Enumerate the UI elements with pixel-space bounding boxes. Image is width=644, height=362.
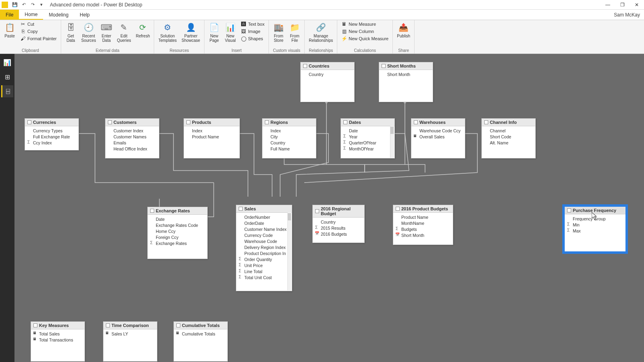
close-button[interactable]: ✕ (630, 0, 644, 10)
field[interactable]: Customer Name Index (236, 226, 292, 232)
field[interactable]: Customer Names (105, 134, 159, 140)
field[interactable]: 2015 Results (313, 225, 364, 231)
new-page-button[interactable]: 📄NewPage (207, 21, 221, 43)
field[interactable]: Currency Types (25, 128, 78, 134)
table-warehouses[interactable]: Warehouses Warehouse Code Ccy Overall Sa… (411, 118, 465, 158)
field[interactable]: Index (184, 128, 239, 134)
new-quick-measure-button[interactable]: ⚡New Quick Measure (340, 35, 390, 42)
text-box-button[interactable]: 🅰Text box (239, 21, 266, 27)
field[interactable]: Short Month (379, 71, 433, 77)
field[interactable]: Total Unit Cost (236, 274, 292, 280)
field[interactable]: MonthName (393, 220, 453, 226)
publish-button[interactable]: 📤Publish (395, 21, 412, 39)
field[interactable]: Min (565, 222, 625, 228)
table-cumulative-totals[interactable]: Cumulative Totals Cumulative Totals (173, 321, 228, 362)
field[interactable]: Year (341, 134, 394, 140)
field[interactable]: Delivery Region Index (236, 244, 292, 250)
from-file-button[interactable]: 📁FromFile (287, 21, 302, 43)
edit-queries-button[interactable]: ✎EditQueries (115, 21, 132, 43)
model-view-button[interactable]: ⌸ (1, 85, 13, 97)
table-sales[interactable]: Sales OrderNumber OrderDate Customer Nam… (236, 205, 292, 291)
field[interactable]: Exchange Rates Code (148, 222, 207, 228)
field[interactable]: MonthOfYear (341, 146, 394, 152)
field[interactable]: Frequency Group (565, 216, 625, 222)
cut-button[interactable]: ✂Cut (19, 21, 58, 27)
qat-dropdown[interactable]: ▾ (38, 1, 45, 8)
table-products[interactable]: Products Index Product Name (184, 118, 240, 158)
tab-modeling[interactable]: Modeling (43, 10, 74, 20)
field[interactable]: Short Code (482, 134, 535, 140)
table-channel-info[interactable]: Channel Info Channel Short Code Alt. Nam… (481, 118, 536, 158)
field[interactable]: Currency Code (236, 232, 292, 238)
field[interactable]: Full Name (262, 146, 316, 152)
partner-showcase-button[interactable]: 👤PartnerShowcase (180, 21, 202, 43)
new-measure-button[interactable]: 🖩New Measure (340, 21, 390, 27)
field[interactable]: Country (313, 219, 364, 225)
field[interactable]: Head Office Index (105, 146, 159, 152)
field[interactable]: Date (148, 216, 207, 222)
field[interactable]: OrderNumber (236, 214, 292, 220)
field[interactable]: Total Sales (31, 331, 85, 337)
table-regions[interactable]: Regions Index City Country Full Name (262, 118, 316, 158)
field[interactable]: Emails (105, 140, 159, 146)
shapes-button[interactable]: ◯Shapes (239, 35, 266, 42)
data-view-button[interactable]: ⊞ (1, 71, 13, 83)
table-key-measures[interactable]: Key Measures Total Sales Total Transacti… (31, 321, 85, 362)
field[interactable]: QuarterOfYear (341, 140, 394, 146)
field[interactable]: Home Ccy (148, 228, 207, 234)
field[interactable]: 2016 Budgets (313, 231, 364, 237)
recent-sources-button[interactable]: 🕘RecentSources (80, 21, 98, 43)
copy-button[interactable]: ⎘Copy (19, 28, 58, 35)
table-customers[interactable]: Customers Customer Index Customer Names … (105, 118, 159, 158)
field[interactable]: Product Name (184, 134, 239, 140)
report-view-button[interactable]: 📊 (1, 56, 13, 68)
field[interactable]: Warehouse Code Ccy (411, 128, 465, 134)
table-time-comparison[interactable]: Time Comparison Sales LY (103, 321, 157, 362)
enter-data-button[interactable]: ⌨EnterData (99, 21, 114, 43)
tab-file[interactable]: File (0, 10, 19, 20)
table-dates[interactable]: Dates Date Year QuarterOfYear MonthOfYea… (341, 118, 395, 158)
new-column-button[interactable]: ▥New Column (340, 28, 390, 35)
field[interactable]: Cumulative Totals (174, 331, 227, 337)
field[interactable]: Country (262, 140, 316, 146)
field[interactable]: Exchange Rates (148, 240, 207, 246)
table-exchange-rates[interactable]: Exchange Rates Date Exchange Rates Code … (147, 207, 208, 259)
user-label[interactable]: Sam McKay (614, 10, 640, 20)
table-short-months[interactable]: Short Months Short Month (379, 62, 433, 102)
manage-relationships-button[interactable]: 🔗ManageRelationships (307, 21, 334, 43)
refresh-button[interactable]: ⟳Refresh (134, 21, 151, 39)
new-visual-button[interactable]: 📊NewVisual (223, 21, 237, 43)
field[interactable]: Customer Index (105, 128, 159, 134)
field[interactable]: Overall Sales (411, 134, 465, 140)
table-product-budgets[interactable]: 2016 Product Budgets Product Name MonthN… (393, 205, 453, 245)
field[interactable]: Channel (482, 128, 535, 134)
field[interactable]: Line Total (236, 268, 292, 274)
undo-qat-button[interactable]: ↶ (20, 1, 27, 8)
table-purchase-frequency[interactable]: Purchase Frequency Frequency Group Min M… (564, 206, 626, 252)
field[interactable]: Order Quantity (236, 256, 292, 262)
field[interactable]: Alt. Name (482, 140, 535, 146)
field[interactable]: Unit Price (236, 262, 292, 268)
from-store-button[interactable]: 🏬FromStore (271, 21, 286, 43)
field[interactable]: Product Name (393, 214, 453, 220)
format-painter-button[interactable]: 🖌Format Painter (19, 35, 58, 42)
field[interactable]: Date (341, 128, 394, 134)
field[interactable]: Country (301, 71, 354, 77)
table-regional-budget[interactable]: 2016 Regional Budget Country 2015 Result… (312, 205, 365, 243)
model-canvas[interactable]: Countries Country Short Months Short Mon… (14, 54, 644, 362)
maximize-button[interactable]: ❐ (615, 0, 630, 10)
field[interactable]: OrderDate (236, 220, 292, 226)
table-currencies[interactable]: Currencies Currency Types Full Exchange … (25, 118, 79, 150)
redo-qat-button[interactable]: ↷ (29, 1, 36, 8)
table-countries[interactable]: Countries Country (300, 62, 355, 102)
paste-button[interactable]: 📋Paste (2, 21, 17, 39)
field[interactable]: Max (565, 228, 625, 234)
field[interactable]: Ccy Index (25, 140, 78, 146)
field[interactable]: Full Exchange Rate (25, 134, 78, 140)
field[interactable]: Short Month (393, 232, 453, 238)
tab-help[interactable]: Help (74, 10, 95, 20)
field[interactable]: Foreign Ccy (148, 234, 207, 240)
scrollbar[interactable] (390, 126, 394, 158)
image-button[interactable]: 🖼Image (239, 28, 266, 35)
field[interactable]: Index (262, 128, 316, 134)
